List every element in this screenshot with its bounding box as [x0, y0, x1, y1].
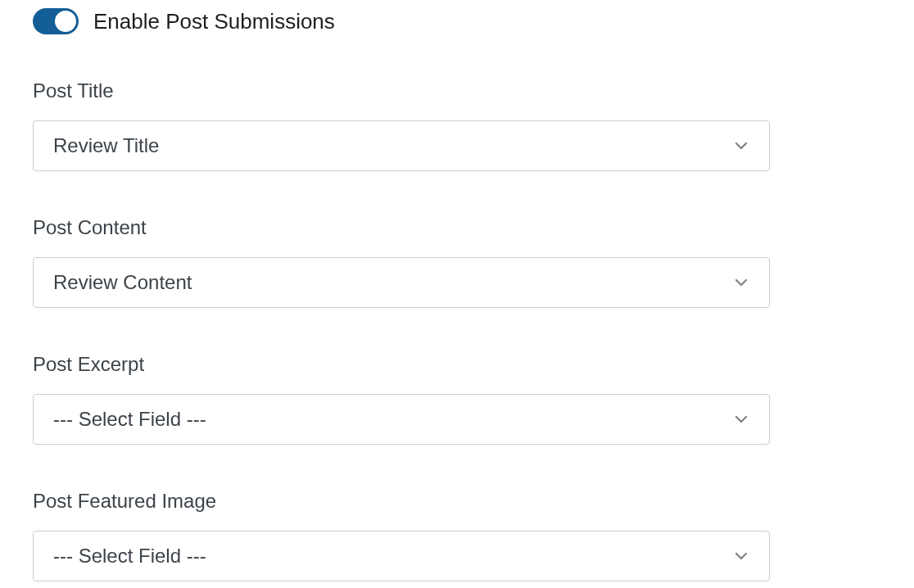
post-featured-image-label: Post Featured Image	[33, 490, 770, 513]
enable-toggle-row: Enable Post Submissions	[33, 8, 770, 34]
post-content-select[interactable]: Review Content	[33, 257, 770, 308]
post-title-value: Review Title	[53, 134, 159, 157]
post-excerpt-group: Post Excerpt --- Select Field ---	[33, 353, 770, 445]
post-excerpt-select[interactable]: --- Select Field ---	[33, 394, 770, 445]
post-featured-image-select[interactable]: --- Select Field ---	[33, 531, 770, 581]
post-content-value: Review Content	[53, 271, 192, 294]
post-title-group: Post Title Review Title	[33, 79, 770, 171]
post-excerpt-label: Post Excerpt	[33, 353, 770, 376]
post-excerpt-value: --- Select Field ---	[53, 408, 206, 431]
chevron-down-icon	[733, 138, 749, 154]
chevron-down-icon	[733, 411, 749, 427]
chevron-down-icon	[733, 548, 749, 564]
post-content-group: Post Content Review Content	[33, 216, 770, 308]
post-featured-image-value: --- Select Field ---	[53, 545, 206, 568]
post-title-label: Post Title	[33, 79, 770, 102]
enable-post-submissions-toggle[interactable]	[33, 8, 79, 34]
post-title-select[interactable]: Review Title	[33, 120, 770, 171]
chevron-down-icon	[733, 274, 749, 291]
post-featured-image-group: Post Featured Image --- Select Field ---	[33, 490, 770, 581]
toggle-knob	[55, 11, 76, 32]
post-submission-settings: Enable Post Submissions Post Title Revie…	[33, 8, 770, 581]
enable-toggle-label: Enable Post Submissions	[93, 9, 335, 34]
post-content-label: Post Content	[33, 216, 770, 239]
